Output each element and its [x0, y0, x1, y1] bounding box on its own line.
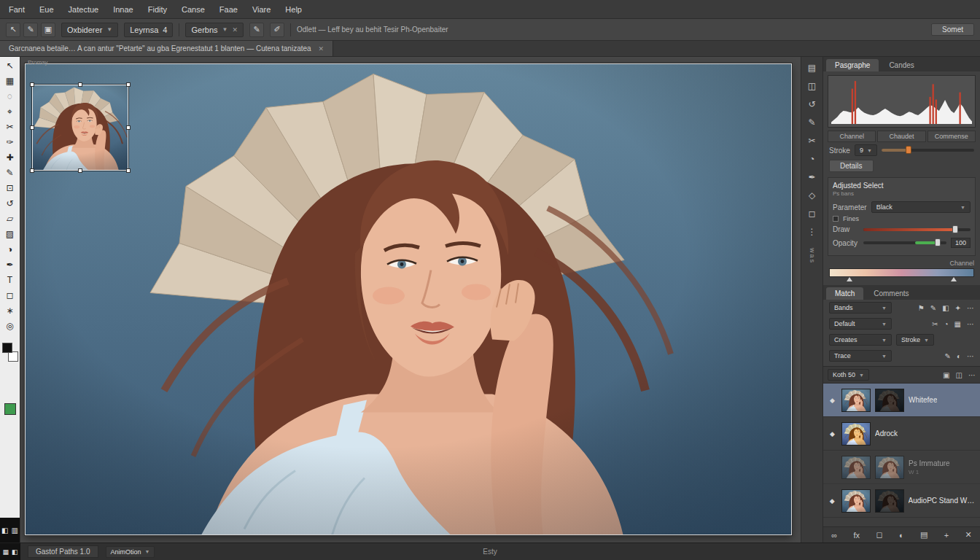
- heal-tool[interactable]: ✚: [1, 150, 19, 165]
- stroke-size-dropdown[interactable]: 9 ▼: [855, 144, 877, 156]
- layer-thumbnail[interactable]: [841, 389, 871, 412]
- brush-options-icon[interactable]: ✎: [249, 23, 264, 37]
- crop-tool[interactable]: ✂: [1, 120, 19, 134]
- group-dropdown-trace[interactable]: Trace▼: [829, 350, 892, 362]
- document-tab[interactable]: Garcnanea betaile… A can antur "Petarte"…: [0, 41, 333, 56]
- group-dropdown-bands[interactable]: Bands▼: [829, 302, 892, 314]
- selection-handle[interactable]: [30, 168, 34, 173]
- selection-handle[interactable]: [78, 168, 82, 173]
- selection-handle[interactable]: [30, 125, 34, 130]
- layer-thumbnail[interactable]: [875, 489, 904, 513]
- ramp-stop-handle[interactable]: [847, 277, 852, 281]
- lock-all-icon[interactable]: ⋯: [968, 371, 976, 379]
- floating-selection-preview[interactable]: [32, 85, 128, 171]
- channel-subtab-2[interactable]: Commense: [928, 131, 976, 142]
- more-icon[interactable]: ⋯: [967, 304, 974, 312]
- selection-handle[interactable]: [126, 168, 131, 173]
- shape-tool[interactable]: ◻: [1, 288, 19, 303]
- shape-panel-icon[interactable]: ◇: [809, 190, 815, 201]
- fx-icon[interactable]: fx: [853, 531, 860, 540]
- groups-tab-1[interactable]: Comments: [865, 287, 917, 300]
- snap-toggle-icon[interactable]: ◧: [12, 548, 18, 556]
- group-dropdown-default[interactable]: Default▼: [829, 318, 892, 330]
- mask-panel-icon[interactable]: ◻: [809, 209, 816, 219]
- menu-item-8[interactable]: Help: [285, 5, 302, 14]
- grid-toggle-icon[interactable]: ▦: [2, 548, 9, 556]
- pen-panel-icon[interactable]: ✒: [808, 172, 815, 182]
- document-image[interactable]: [25, 63, 792, 535]
- gradient-tool[interactable]: ▨: [1, 227, 19, 241]
- menu-item-1[interactable]: Eue: [39, 5, 54, 14]
- layer-thumbnail[interactable]: [875, 389, 904, 412]
- clone-panel-icon[interactable]: ✂: [808, 136, 815, 146]
- opacity-slider[interactable]: [863, 241, 946, 244]
- layer-visibility-icon[interactable]: ◆: [828, 397, 837, 404]
- channel-subtab-0[interactable]: Channel: [828, 131, 876, 142]
- menu-item-0[interactable]: Fant: [9, 5, 25, 14]
- clock-icon[interactable]: ◔: [944, 320, 949, 328]
- draw-slider-knob[interactable]: [952, 225, 958, 233]
- layer-thumbnail[interactable]: [841, 489, 871, 513]
- move-tool[interactable]: ↖: [1, 58, 19, 73]
- menu-item-6[interactable]: Faae: [219, 5, 238, 14]
- group-dropdown-creates[interactable]: Creates▼: [829, 334, 892, 346]
- channel-subtab-1[interactable]: Chaudet: [877, 131, 925, 142]
- more-icon[interactable]: ⋯: [967, 352, 974, 360]
- eyedropper-tool[interactable]: ✑: [1, 135, 19, 149]
- clear-icon[interactable]: ✕: [232, 26, 238, 34]
- menu-item-7[interactable]: Viare: [252, 5, 271, 14]
- properties-tab-0[interactable]: Pasgraphe: [826, 59, 879, 71]
- layer-visibility-icon[interactable]: ◆: [828, 430, 837, 438]
- draw-slider[interactable]: [863, 228, 971, 231]
- layer-row-2[interactable]: Ps ImmatureW 1: [823, 451, 980, 484]
- lock-transparency-icon[interactable]: ▣: [943, 371, 949, 379]
- timer-panel-icon[interactable]: ◔: [809, 154, 814, 164]
- properties-tab-1[interactable]: Candes: [880, 59, 922, 71]
- blend-mode-dropdown[interactable]: Koth 50 ▼: [828, 369, 869, 381]
- lasso-tool[interactable]: ◌: [1, 89, 19, 104]
- accent-color-swatch[interactable]: [4, 403, 16, 415]
- menu-item-4[interactable]: Fidity: [148, 5, 167, 14]
- info-panel-icon[interactable]: ▤: [808, 63, 816, 73]
- ramp-stop-handle[interactable]: [951, 277, 957, 281]
- grid-icon[interactable]: ▦: [954, 320, 961, 328]
- shape-icon[interactable]: ◧: [942, 304, 949, 312]
- foreground-color-swatch[interactable]: [2, 343, 12, 353]
- half-icon[interactable]: ◐: [957, 352, 961, 360]
- menu-item-3[interactable]: Innae: [113, 5, 133, 14]
- selection-handle[interactable]: [30, 82, 34, 87]
- status-dropdown[interactable]: AnimOtion ▼: [106, 546, 155, 558]
- marquee-tool[interactable]: ▦: [1, 74, 19, 88]
- pen-icon[interactable]: ✎: [930, 304, 936, 312]
- hand-tool[interactable]: ∗: [1, 303, 19, 318]
- workspace-button[interactable]: Somet: [931, 23, 974, 36]
- canvas-area[interactable]: Promay: [20, 57, 801, 542]
- stamp-tool[interactable]: ⊡: [1, 181, 19, 195]
- screen-mode-icon[interactable]: ◧: [1, 526, 8, 534]
- brush-preset-icon[interactable]: ✎: [23, 23, 38, 37]
- quick-mask-icon[interactable]: ▥: [12, 526, 18, 534]
- size-field[interactable]: Leyrnsa 4: [124, 23, 173, 37]
- scissors-icon[interactable]: ✂: [932, 320, 938, 328]
- pointer-icon[interactable]: ↖: [6, 23, 20, 37]
- type-tool[interactable]: T: [1, 273, 19, 287]
- parameter-dropdown[interactable]: Black ▼: [871, 201, 971, 213]
- lock-position-icon[interactable]: ◫: [956, 371, 962, 379]
- link-icon[interactable]: ∞: [831, 531, 837, 540]
- menu-item-5[interactable]: Canse: [182, 5, 205, 14]
- layer-visibility-icon[interactable]: ◆: [828, 497, 837, 505]
- airbrush-icon[interactable]: ✐: [270, 23, 284, 37]
- layer-row-3[interactable]: ◆AudioPC Stand WOR: [823, 484, 980, 518]
- details-button[interactable]: Details: [829, 160, 874, 172]
- close-icon[interactable]: ✕: [319, 45, 324, 52]
- new-layer-icon[interactable]: +: [944, 531, 949, 540]
- opacity-slider-knob[interactable]: [935, 238, 941, 246]
- brush-icon[interactable]: ✎: [945, 352, 951, 360]
- brush-tool[interactable]: ✎: [1, 166, 19, 180]
- fines-checkbox[interactable]: [833, 216, 839, 222]
- mask-icon[interactable]: ◻: [876, 530, 882, 540]
- layer-thumbnail[interactable]: [841, 422, 871, 446]
- more-panel-icon[interactable]: ⋮: [808, 227, 817, 237]
- mode-dropdown[interactable]: Gerbns ▼ ✕: [185, 23, 244, 37]
- menu-item-2[interactable]: Jatectue: [69, 5, 99, 14]
